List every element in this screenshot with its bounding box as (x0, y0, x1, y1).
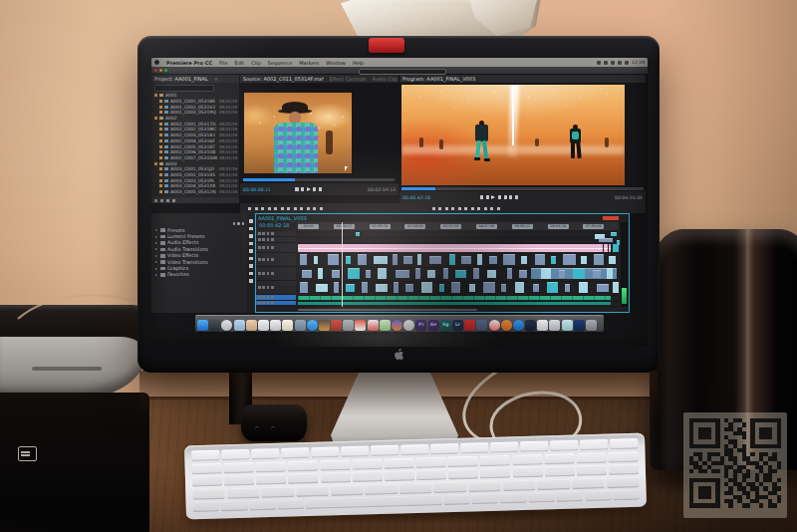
filter-accelerated-icon[interactable] (233, 222, 236, 225)
tab-project[interactable]: Project: AA001_FINAL (154, 76, 208, 82)
menu-item[interactable]: Premiere Pro CC (166, 60, 212, 66)
timeline-clip[interactable] (599, 238, 613, 243)
timeline-clip[interactable] (609, 256, 616, 264)
dock-icon[interactable] (307, 320, 318, 331)
dock-icon[interactable] (380, 320, 391, 331)
toolbar-icon[interactable] (307, 207, 310, 210)
sequence-tab[interactable]: AA001_FINAL_V003 (258, 215, 307, 221)
toolbar-icon[interactable] (320, 207, 323, 210)
timeline-clip[interactable] (563, 254, 576, 265)
toolbar-icon[interactable] (261, 207, 264, 210)
new-bin-icon[interactable] (172, 199, 175, 202)
timeline-clip[interactable] (403, 256, 412, 264)
timeline-clip[interactable] (579, 282, 588, 293)
effects-bin-row[interactable]: Favorites (151, 272, 247, 278)
toolbar-icon[interactable] (490, 207, 493, 210)
toolbar-icon[interactable] (477, 207, 480, 210)
timeline-clip[interactable] (483, 282, 495, 293)
timeline-clip[interactable] (318, 268, 323, 279)
timeline-clip[interactable] (443, 268, 448, 279)
step-forward-icon[interactable] (498, 195, 501, 198)
tab-program[interactable]: Program: AA001_FINAL_V003 (402, 76, 475, 82)
timeline-clip[interactable] (551, 256, 556, 264)
timeline-clip[interactable] (366, 270, 371, 278)
timeline-clip[interactable] (415, 268, 420, 279)
toolbar-icon[interactable] (484, 207, 487, 210)
toolbar-icon[interactable] (294, 207, 297, 210)
filter-yuv-icon[interactable] (242, 222, 245, 225)
timeline-clip[interactable] (541, 268, 551, 279)
timeline-clip[interactable] (503, 254, 515, 265)
zoom-tool-icon[interactable] (249, 279, 253, 283)
timeline-clip[interactable] (477, 254, 482, 265)
timeline-clip[interactable] (429, 256, 441, 264)
toolbar-icon[interactable] (248, 207, 251, 210)
timeline-clip[interactable] (451, 282, 460, 293)
timeline-clip[interactable] (581, 256, 587, 264)
timeline-clip[interactable] (314, 256, 318, 264)
timeline-clip[interactable] (362, 282, 368, 293)
volume-icon[interactable] (618, 61, 622, 65)
minimize-window-button[interactable] (159, 69, 162, 72)
slip-tool-icon[interactable] (249, 249, 253, 253)
step-back-icon[interactable] (486, 195, 489, 198)
ripple-edit-tool-icon[interactable] (249, 234, 253, 238)
track-video-3-header[interactable] (256, 281, 296, 295)
zoom-window-button[interactable] (164, 69, 167, 72)
toolbar-icon[interactable] (300, 207, 303, 210)
timeline-clip[interactable] (461, 256, 471, 264)
project-search-input[interactable] (154, 85, 214, 92)
dock-icon[interactable] (221, 320, 232, 331)
timeline-clip[interactable] (519, 270, 527, 278)
menu-item[interactable]: File (219, 60, 227, 66)
timeline-clip[interactable] (346, 284, 355, 292)
toolbar-icon[interactable] (281, 207, 284, 210)
timeline-clip[interactable] (374, 256, 388, 264)
tab-effect-controls[interactable]: Effect Controls (330, 76, 367, 82)
timeline-clip[interactable] (535, 254, 545, 265)
timeline-h-scrollbar[interactable] (298, 309, 477, 312)
timeline-clip[interactable] (356, 232, 360, 237)
filter-32bit-icon[interactable] (237, 222, 240, 225)
menu-item[interactable]: Window (326, 60, 346, 66)
toolbar-icon[interactable] (458, 207, 461, 210)
dock-icon[interactable] (234, 320, 245, 331)
dock-icon[interactable] (489, 320, 500, 331)
toolbar-icon[interactable] (268, 207, 271, 210)
track-video-1-header[interactable] (256, 253, 296, 267)
track-audio-2-header[interactable] (256, 301, 296, 306)
timeline-clip[interactable] (427, 270, 435, 278)
timeline-clip[interactable] (565, 284, 570, 292)
dock-icon[interactable] (549, 320, 560, 331)
timeline-clip[interactable] (393, 254, 398, 265)
dock-icon[interactable] (270, 320, 281, 331)
dock-icon[interactable] (562, 320, 573, 331)
timeline-clip[interactable] (358, 254, 367, 265)
dock-icon-ae[interactable]: Ae (428, 320, 439, 331)
timeline-clip[interactable] (515, 282, 524, 293)
timeline-clip[interactable] (439, 284, 444, 292)
menu-item[interactable]: Sequence (268, 60, 293, 66)
dock-icon[interactable] (513, 320, 524, 331)
wifi-icon[interactable] (604, 61, 608, 65)
zoom-slider-icon[interactable] (166, 199, 169, 202)
timeline-clip[interactable] (489, 256, 497, 264)
timeline-clip[interactable] (346, 256, 351, 264)
dock-icon[interactable] (258, 320, 269, 331)
project-clip-row[interactable]: A003_C005_05312N05/31/19 (151, 189, 239, 195)
dock-icon[interactable] (331, 320, 342, 331)
timeline-clip[interactable] (521, 256, 527, 264)
pen-tool-icon[interactable] (249, 257, 253, 261)
toolbar-icon[interactable] (287, 207, 290, 210)
type-tool-icon[interactable] (249, 272, 253, 276)
toolbar-icon[interactable] (464, 207, 467, 210)
dock-icon[interactable] (282, 320, 293, 331)
clip-teal[interactable] (613, 244, 619, 252)
timeline-clip[interactable] (449, 254, 455, 265)
timeline-clip[interactable] (611, 232, 617, 237)
list-view-icon[interactable] (154, 199, 157, 202)
dock-icon-pr[interactable]: Pr (415, 320, 426, 331)
track-video-2-header[interactable] (256, 267, 296, 281)
playhead[interactable] (342, 222, 343, 307)
step-forward-icon[interactable] (313, 187, 316, 190)
